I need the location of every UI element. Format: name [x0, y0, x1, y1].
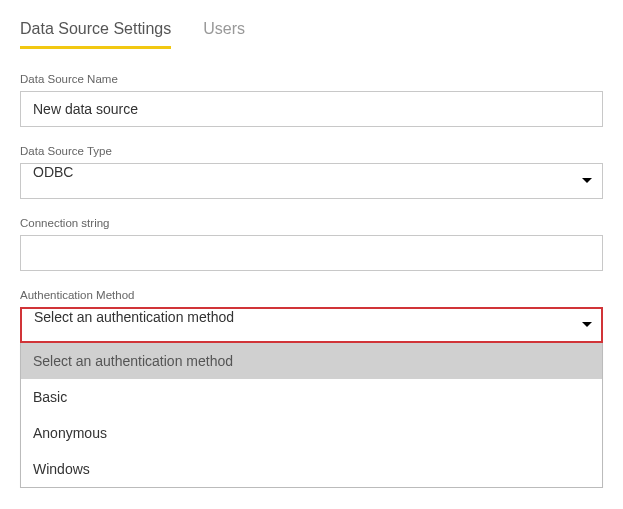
- option-basic[interactable]: Basic: [21, 379, 602, 415]
- select-authentication-method[interactable]: Select an authentication method: [20, 307, 603, 343]
- option-anonymous[interactable]: Anonymous: [21, 415, 602, 451]
- tab-users[interactable]: Users: [203, 20, 245, 49]
- field-connection-string: Connection string: [20, 217, 603, 271]
- dropdown-authentication-method: Select an authentication method Basic An…: [20, 343, 603, 488]
- input-connection-string[interactable]: [20, 235, 603, 271]
- tab-bar: Data Source Settings Users: [20, 20, 603, 49]
- option-placeholder[interactable]: Select an authentication method: [21, 343, 602, 379]
- option-windows[interactable]: Windows: [21, 451, 602, 487]
- label-data-source-name: Data Source Name: [20, 73, 603, 85]
- field-data-source-type: Data Source Type ODBC: [20, 145, 603, 199]
- select-data-source-type[interactable]: ODBC: [20, 163, 603, 199]
- tab-data-source-settings[interactable]: Data Source Settings: [20, 20, 171, 49]
- label-data-source-type: Data Source Type: [20, 145, 603, 157]
- input-data-source-name[interactable]: [20, 91, 603, 127]
- field-data-source-name: Data Source Name: [20, 73, 603, 127]
- label-authentication-method: Authentication Method: [20, 289, 603, 301]
- field-authentication-method: Authentication Method Select an authenti…: [20, 289, 603, 488]
- label-connection-string: Connection string: [20, 217, 603, 229]
